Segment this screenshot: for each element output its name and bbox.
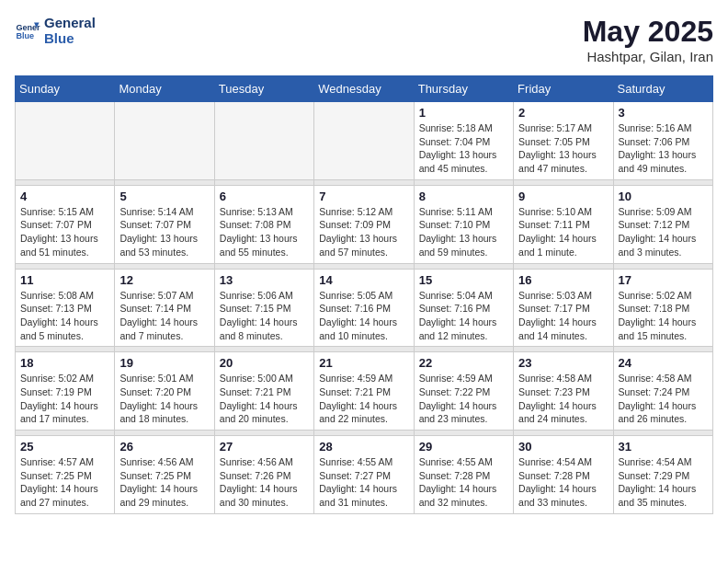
calendar-cell: 30Sunrise: 4:54 AM Sunset: 7:28 PM Dayli… [514,436,613,514]
day-info: Sunrise: 4:55 AM Sunset: 7:27 PM Dayligh… [319,455,408,510]
day-info: Sunrise: 4:59 AM Sunset: 7:21 PM Dayligh… [319,372,408,426]
day-info: Sunrise: 4:57 AM Sunset: 7:25 PM Dayligh… [20,455,109,510]
day-number: 12 [119,273,209,287]
calendar-cell: 15Sunrise: 5:04 AM Sunset: 7:16 PM Dayli… [414,269,513,347]
week-row-1: 1Sunrise: 5:18 AM Sunset: 7:04 PM Daylig… [16,102,713,180]
day-info: Sunrise: 4:55 AM Sunset: 7:28 PM Dayligh… [419,455,508,510]
calendar-cell: 19Sunrise: 5:01 AM Sunset: 7:20 PM Dayli… [115,352,214,431]
calendar-cell: 10Sunrise: 5:09 AM Sunset: 7:12 PM Dayli… [613,185,712,263]
calendar-cell: 13Sunrise: 5:06 AM Sunset: 7:15 PM Dayli… [214,269,313,347]
weekday-header-friday: Friday [514,76,613,102]
day-number: 26 [119,440,209,454]
calendar-cell: 18Sunrise: 5:02 AM Sunset: 7:19 PM Dayli… [16,352,115,431]
logo-line2: Blue [44,30,96,46]
day-number: 27 [220,440,309,454]
day-number: 28 [319,440,408,454]
calendar-cell: 1Sunrise: 5:18 AM Sunset: 7:04 PM Daylig… [414,102,513,180]
calendar-cell [214,102,313,180]
title-block: May 2025 Hashtpar, Gilan, Iran [583,15,713,64]
calendar-cell: 28Sunrise: 4:55 AM Sunset: 7:27 PM Dayli… [314,436,414,514]
day-number: 22 [419,356,508,370]
logo-line1: General [44,15,96,30]
day-number: 29 [419,440,508,454]
calendar-cell: 25Sunrise: 4:57 AM Sunset: 7:25 PM Dayli… [16,436,115,514]
day-info: Sunrise: 5:12 AM Sunset: 7:09 PM Dayligh… [319,205,408,259]
day-number: 20 [220,356,309,370]
weekday-header-saturday: Saturday [613,76,712,102]
day-number: 3 [619,106,708,120]
logo: General Blue General Blue [15,15,96,46]
day-number: 2 [518,106,608,120]
main-title: May 2025 [583,15,713,49]
day-info: Sunrise: 5:15 AM Sunset: 7:07 PM Dayligh… [20,205,109,259]
day-number: 4 [20,190,109,203]
day-number: 10 [619,190,708,203]
day-info: Sunrise: 4:56 AM Sunset: 7:26 PM Dayligh… [220,455,309,510]
calendar-cell: 6Sunrise: 5:13 AM Sunset: 7:08 PM Daylig… [214,185,313,263]
day-info: Sunrise: 5:02 AM Sunset: 7:18 PM Dayligh… [619,289,708,343]
calendar-cell: 12Sunrise: 5:07 AM Sunset: 7:14 PM Dayli… [115,269,214,347]
calendar-cell: 9Sunrise: 5:10 AM Sunset: 7:11 PM Daylig… [514,185,613,263]
day-number: 7 [319,190,408,203]
day-info: Sunrise: 5:06 AM Sunset: 7:15 PM Dayligh… [220,289,309,343]
day-number: 18 [20,356,109,370]
day-number: 19 [119,356,209,370]
calendar-cell: 5Sunrise: 5:14 AM Sunset: 7:07 PM Daylig… [115,185,214,263]
calendar-cell: 31Sunrise: 4:54 AM Sunset: 7:29 PM Dayli… [613,436,712,514]
day-info: Sunrise: 5:17 AM Sunset: 7:05 PM Dayligh… [518,121,608,176]
day-info: Sunrise: 4:56 AM Sunset: 7:25 PM Dayligh… [119,455,209,510]
day-info: Sunrise: 5:07 AM Sunset: 7:14 PM Dayligh… [119,289,209,343]
day-info: Sunrise: 5:05 AM Sunset: 7:16 PM Dayligh… [319,289,408,343]
calendar-cell: 26Sunrise: 4:56 AM Sunset: 7:25 PM Dayli… [115,436,214,514]
calendar-cell: 4Sunrise: 5:15 AM Sunset: 7:07 PM Daylig… [16,185,115,263]
calendar-cell [115,102,214,180]
day-number: 6 [220,190,309,203]
week-row-3: 11Sunrise: 5:08 AM Sunset: 7:13 PM Dayli… [16,269,713,347]
calendar-cell: 2Sunrise: 5:17 AM Sunset: 7:05 PM Daylig… [514,102,613,180]
calendar-cell: 16Sunrise: 5:03 AM Sunset: 7:17 PM Dayli… [514,269,613,347]
day-number: 15 [419,273,508,287]
weekday-header-monday: Monday [115,76,214,102]
day-info: Sunrise: 5:16 AM Sunset: 7:06 PM Dayligh… [619,121,708,176]
day-info: Sunrise: 4:54 AM Sunset: 7:28 PM Dayligh… [518,455,608,510]
day-info: Sunrise: 5:02 AM Sunset: 7:19 PM Dayligh… [20,372,109,426]
logo-icon: General Blue [15,17,40,43]
svg-text:Blue: Blue [16,31,34,40]
page-header: General Blue General Blue May 2025 Hasht… [15,15,713,64]
calendar-cell: 11Sunrise: 5:08 AM Sunset: 7:13 PM Dayli… [16,269,115,347]
week-row-2: 4Sunrise: 5:15 AM Sunset: 7:07 PM Daylig… [16,185,713,263]
weekday-header-wednesday: Wednesday [314,76,414,102]
day-number: 5 [119,190,209,203]
day-number: 9 [518,190,608,203]
day-number: 17 [619,273,708,287]
day-number: 25 [20,440,109,454]
calendar-cell: 27Sunrise: 4:56 AM Sunset: 7:26 PM Dayli… [214,436,313,514]
calendar-cell: 23Sunrise: 4:58 AM Sunset: 7:23 PM Dayli… [514,352,613,431]
day-number: 13 [220,273,309,287]
day-info: Sunrise: 4:59 AM Sunset: 7:22 PM Dayligh… [419,372,508,426]
day-info: Sunrise: 4:58 AM Sunset: 7:24 PM Dayligh… [619,372,708,426]
day-number: 30 [518,440,608,454]
day-number: 16 [518,273,608,287]
calendar-cell [16,102,115,180]
day-info: Sunrise: 4:54 AM Sunset: 7:29 PM Dayligh… [619,455,708,510]
day-info: Sunrise: 5:11 AM Sunset: 7:10 PM Dayligh… [419,205,508,259]
day-info: Sunrise: 5:03 AM Sunset: 7:17 PM Dayligh… [518,289,608,343]
day-info: Sunrise: 5:18 AM Sunset: 7:04 PM Dayligh… [419,121,508,176]
day-number: 14 [319,273,408,287]
week-row-5: 25Sunrise: 4:57 AM Sunset: 7:25 PM Dayli… [16,436,713,514]
day-info: Sunrise: 5:08 AM Sunset: 7:13 PM Dayligh… [20,289,109,343]
calendar-cell: 7Sunrise: 5:12 AM Sunset: 7:09 PM Daylig… [314,185,414,263]
weekday-header-thursday: Thursday [414,76,513,102]
day-number: 21 [319,356,408,370]
calendar-cell: 20Sunrise: 5:00 AM Sunset: 7:21 PM Dayli… [214,352,313,431]
calendar-cell: 22Sunrise: 4:59 AM Sunset: 7:22 PM Dayli… [414,352,513,431]
weekday-header-row: SundayMondayTuesdayWednesdayThursdayFrid… [16,76,713,102]
calendar-cell: 8Sunrise: 5:11 AM Sunset: 7:10 PM Daylig… [414,185,513,263]
day-info: Sunrise: 5:10 AM Sunset: 7:11 PM Dayligh… [518,205,608,259]
calendar-cell: 29Sunrise: 4:55 AM Sunset: 7:28 PM Dayli… [414,436,513,514]
day-number: 23 [518,356,608,370]
day-number: 11 [20,273,109,287]
calendar-cell: 14Sunrise: 5:05 AM Sunset: 7:16 PM Dayli… [314,269,414,347]
weekday-header-tuesday: Tuesday [214,76,313,102]
